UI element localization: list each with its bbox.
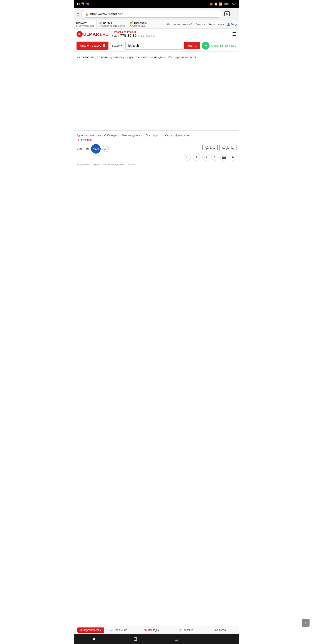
order-status-link[interactable]: Что с моим заказом? xyxy=(167,23,192,26)
google-play-button[interactable]: Доступно в Google play xyxy=(219,144,237,151)
twitter-icon[interactable]: t xyxy=(211,154,218,160)
tab-labels[interactable]: 🌿 TheLabels Аутлет одежды xyxy=(127,20,149,28)
advanced-search-link[interactable]: Расширенный поиск xyxy=(168,56,197,59)
location-label: Везде xyxy=(112,44,120,47)
lock-icon: 🔒 xyxy=(85,12,88,16)
delivery-info: Доставка по России 8 800 775 10 10 с 10:… xyxy=(112,30,155,38)
battery-text: 73% xyxy=(224,2,229,6)
logo-u-icon: Ю xyxy=(76,31,83,37)
browser-menu-icon[interactable]: ⋮ xyxy=(232,11,237,16)
footer-investors[interactable]: For investors xyxy=(76,138,237,142)
odnoklassniki-icon[interactable]: О xyxy=(202,154,209,160)
wifi-icon: 📶 xyxy=(219,2,222,6)
logo[interactable]: Ю ULMART.RU xyxy=(76,31,109,37)
tab-ulmart[interactable]: Юлмарт E-commerce №1 xyxy=(74,20,96,28)
login-btn[interactable]: 👤 Вход xyxy=(227,23,237,26)
search-bar: Каталог товаров ☰ Везде ▾ Найти ★ Открой… xyxy=(74,40,239,52)
star-icon: ★ xyxy=(204,44,207,48)
footer-link-dev[interactable]: Юлмарт Девелопмент xyxy=(165,134,191,137)
hamburger-menu-icon[interactable]: ☰ xyxy=(232,31,237,37)
metro-icon: Ⓜ xyxy=(81,2,84,6)
search-button[interactable]: Найти xyxy=(184,42,200,50)
google-play-label: Доступно в xyxy=(224,145,232,147)
status-bar: 🖼 Ⓜ 👾 🔕 ⏰ 📶 73% 8:23 xyxy=(74,0,239,8)
sliv-icon: 🌸 xyxy=(99,21,102,24)
footer: Адреса и телефоны О Юлмарте Рекламодател… xyxy=(74,130,239,168)
main-header: Ю ULMART.RU Доставка по России 8 800 775… xyxy=(74,29,239,40)
tab-count[interactable]: 6 xyxy=(224,11,230,16)
app-store-name: App Store xyxy=(205,147,215,150)
login-icon: 👤 xyxy=(227,23,230,26)
promo-badge[interactable]: ★ xyxy=(202,42,210,50)
app-badges: Доступно в App Store Доступно в Google p… xyxy=(202,144,237,151)
akit-badge: Участник АКИТ 18+ xyxy=(76,144,109,154)
vk-icon[interactable]: В xyxy=(184,154,191,160)
footer-links: Адреса и телефоны О Юлмарте Рекламодател… xyxy=(76,134,237,137)
header-nav-right: Что с моим заказом? Помощь Регистрация 👤… xyxy=(167,20,239,28)
delivery-text: Доставка по России xyxy=(112,30,155,34)
game-icon: 👾 xyxy=(86,2,89,6)
no-results-message: К сожалению, по вашему запросу «logitech… xyxy=(74,52,239,63)
content-area xyxy=(74,63,239,128)
footer-link-advertisers[interactable]: Рекламодателям xyxy=(122,134,142,137)
phone-number: 8 800 775 10 10 с 10:00 до 22:00 xyxy=(112,34,155,38)
tab-labels-name: 🌿 TheLabels xyxy=(130,21,147,24)
logo-text: ULMART.RU xyxy=(83,32,109,37)
tab-sliv-sub: Стоковое пространство xyxy=(99,24,125,27)
browser-tabs: Юлмарт E-commerce №1 🌸 Сливы Стоковое пр… xyxy=(74,20,239,29)
browser-bar: ⌂ 🔒 https://www.ulmart.ru/s 6 ⋮ xyxy=(74,8,239,20)
phone-prefix: 8 800 xyxy=(112,34,120,38)
footer-link-press[interactable]: Пресс-центр xyxy=(146,134,161,137)
mute-icon: 🔕 xyxy=(209,2,213,6)
footer-link-about[interactable]: О Юлмарте xyxy=(104,134,118,137)
instagram-icon[interactable]: 📷 xyxy=(220,154,227,160)
facebook-icon[interactable]: f xyxy=(193,154,200,160)
search-label: Найти xyxy=(188,44,197,48)
status-right: 🔕 ⏰ 📶 73% 8:23 xyxy=(209,2,236,6)
footer-link-addresses[interactable]: Адреса и телефоны xyxy=(76,134,101,137)
help-link[interactable]: Помощь xyxy=(195,23,205,26)
labels-icon: 🌿 xyxy=(130,21,133,24)
footer-social: В f О t 📷 ▶ xyxy=(76,154,237,160)
phone-hours: с 10:00 до 22:00 xyxy=(137,34,155,37)
register-link[interactable]: Регистрация xyxy=(209,23,224,26)
google-play-name: Google play xyxy=(222,147,234,150)
app-store-button[interactable]: Доступно в App Store xyxy=(202,144,218,151)
tab-sliv[interactable]: 🌸 Сливы Стоковое пространство xyxy=(96,20,127,28)
app-store-label: Доступно в xyxy=(205,145,214,147)
tab-sliv-name: 🌸 Сливы xyxy=(99,21,125,24)
akit-logo: АКИТ xyxy=(91,144,101,154)
menu-lines-icon: ☰ xyxy=(102,44,105,48)
image-icon: 🖼 xyxy=(77,2,80,6)
home-icon[interactable]: ⌂ xyxy=(76,11,79,17)
time-display: 8:23 xyxy=(231,2,236,6)
url-text: https://www.ulmart.ru/s xyxy=(90,12,123,16)
tab-ulmart-name: Юлмарт xyxy=(76,22,94,24)
tab-labels-sub: Аутлет одежды xyxy=(130,24,147,27)
participant-text: Участник xyxy=(76,147,89,150)
catalog-button[interactable]: Каталог товаров ☰ xyxy=(76,42,108,50)
catalog-label: Каталог товаров xyxy=(79,44,101,47)
tab-ulmart-sub: E-commerce №1 xyxy=(76,24,94,27)
search-input[interactable] xyxy=(125,42,183,50)
phone-bold: 775 10 10 xyxy=(120,34,137,38)
promo-text: Открой для себя про... xyxy=(211,44,237,47)
status-icons: 🖼 Ⓜ 👾 xyxy=(77,2,89,6)
footer-dev: Разработка — Digital Zone, поставщик ERP… xyxy=(76,163,237,166)
youtube-icon[interactable]: ▶ xyxy=(230,154,237,160)
alarm-icon: ⏰ xyxy=(214,2,218,6)
age-badge: 18+ xyxy=(102,146,109,152)
no-results-text: К сожалению, по вашему запросу «logitech… xyxy=(76,56,167,59)
location-select[interactable]: Везде ▾ xyxy=(110,42,123,49)
url-box[interactable]: 🔒 https://www.ulmart.ru/s xyxy=(81,10,222,18)
chevron-down-icon: ▾ xyxy=(120,44,122,47)
footer-bottom: Участник АКИТ 18+ xyxy=(76,144,109,154)
